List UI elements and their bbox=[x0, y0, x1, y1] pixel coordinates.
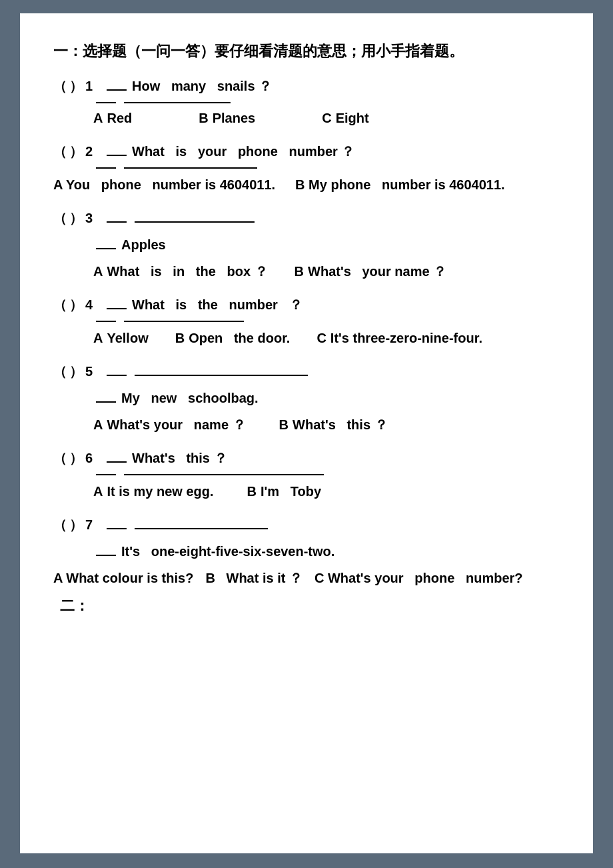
opt-7b: B What is it ？ bbox=[205, 567, 303, 589]
option-5a: A What's your name ？ bbox=[93, 414, 246, 435]
blank-ans-short-5[interactable] bbox=[96, 401, 116, 403]
answer-line-1 bbox=[93, 102, 560, 103]
opt-text-1a: Red bbox=[107, 107, 132, 129]
options-4: A Yellow B Open the door. C It's three-z… bbox=[93, 327, 560, 349]
opt-text-6a: It is my new egg. bbox=[107, 481, 213, 502]
blank-short-4[interactable] bbox=[107, 308, 127, 309]
answer-prefix-7: It's one-eight-five-six-seven-two. bbox=[121, 541, 334, 562]
blank-short-1[interactable] bbox=[107, 89, 127, 91]
question-line-3: （ ） 3 bbox=[53, 207, 560, 229]
opt-text-5a: What's your name ？ bbox=[107, 414, 245, 435]
options-6: A It is my new egg. B I'm Toby bbox=[93, 481, 560, 502]
q-num-5: 5 bbox=[85, 361, 101, 382]
option-3b: B What's your name ？ bbox=[295, 261, 447, 282]
opt-letter-3b: B bbox=[295, 261, 304, 282]
opt-7c: C What's your phone number? bbox=[314, 567, 523, 589]
q-num-6: 6 bbox=[85, 447, 101, 469]
options-5: A What's your name ？ B What's this ？ bbox=[93, 414, 560, 435]
opt-2b: B My phone number is 4604011. bbox=[295, 174, 505, 195]
blank-long-3[interactable] bbox=[135, 221, 255, 223]
blank-long-7[interactable] bbox=[135, 528, 268, 529]
section2-title: 二： bbox=[60, 594, 89, 617]
paren-close-2: ） bbox=[69, 141, 83, 162]
q-num-3: 3 bbox=[85, 207, 101, 229]
opt-text-1b: Planes bbox=[213, 107, 255, 129]
answer-prefix-5: My new schoolbag. bbox=[121, 387, 259, 409]
question-block-5: （ ） 5 My new schoolbag. A What's your na… bbox=[53, 361, 560, 435]
blank-ans-long-2[interactable] bbox=[124, 167, 257, 169]
option-1c: C Eight bbox=[322, 107, 368, 129]
question-line-4: （ ） 4 What is the number ？ bbox=[53, 294, 560, 315]
option-4a: A Yellow bbox=[93, 327, 149, 349]
options-3: A What is in the box ？ B What's your nam… bbox=[93, 261, 560, 282]
option-5b: B What's this ？ bbox=[279, 414, 388, 435]
opt-text-6b: I'm Toby bbox=[261, 481, 321, 502]
opt-text-4b: Open the door. bbox=[189, 327, 290, 349]
opt-letter-6b: B bbox=[247, 481, 257, 502]
paren-close-1: ） bbox=[69, 75, 83, 97]
opt-letter-4b: B bbox=[175, 327, 185, 349]
blank-extra-long-5[interactable] bbox=[135, 375, 308, 376]
blank-ans-extra-long-6[interactable] bbox=[124, 474, 324, 475]
q-num-1: 1 bbox=[85, 75, 101, 97]
paren-open-7: （ bbox=[53, 514, 67, 535]
blank-ans-short-6[interactable] bbox=[96, 474, 116, 475]
option-4b: B Open the door. bbox=[175, 327, 291, 349]
opt-text-4a: Yellow bbox=[107, 327, 148, 349]
question-line-7: （ ） 7 bbox=[53, 514, 560, 535]
blank-short-6[interactable] bbox=[107, 461, 127, 463]
paren-open-4: （ bbox=[53, 294, 67, 315]
blank-ans-long-1[interactable] bbox=[124, 102, 231, 103]
page: 一：选择题（一问一答）要仔细看清题的意思；用小手指着题。 （ ） 1 How m… bbox=[20, 13, 593, 853]
blank-ans-short-3[interactable] bbox=[96, 248, 116, 249]
q2-text: What is your phone number ？ bbox=[132, 141, 354, 162]
option-6a: A It is my new egg. bbox=[93, 481, 214, 502]
opt-letter-1a: A bbox=[93, 107, 103, 129]
opt-text-3a: What is in the box ？ bbox=[107, 261, 267, 282]
question-block-3: （ ） 3 Apples A What is in the box ？ B Wh… bbox=[53, 207, 560, 282]
question-line-6: （ ） 6 What's this ？ bbox=[53, 447, 560, 469]
option-6b: B I'm Toby bbox=[247, 481, 322, 502]
opt-text-1c: Eight bbox=[336, 107, 369, 129]
question-block-4: （ ） 4 What is the number ？ A Yellow B Op… bbox=[53, 294, 560, 349]
answer-bold-3: Apples bbox=[121, 234, 166, 255]
q-num-4: 4 bbox=[85, 294, 101, 315]
options-2: A You phone number is 4604011. B My phon… bbox=[53, 174, 560, 195]
opt-2a: A You phone number is 4604011. bbox=[53, 174, 275, 195]
blank-short-7[interactable] bbox=[107, 528, 127, 529]
blank-short-5[interactable] bbox=[107, 375, 127, 376]
answer-line-3: Apples bbox=[93, 234, 560, 255]
blank-short-2[interactable] bbox=[107, 155, 127, 156]
paren-close-7: ） bbox=[69, 514, 83, 535]
paren-open-3: （ bbox=[53, 207, 67, 229]
blank-ans-short-4[interactable] bbox=[96, 321, 116, 322]
answer-line-7: It's one-eight-five-six-seven-two. bbox=[93, 541, 560, 562]
opt-letter-5b: B bbox=[279, 414, 289, 435]
option-4c: C It's three-zero-nine-four. bbox=[316, 327, 482, 349]
question-block-1: （ ） 1 How many snails ？ A Red B Planes C… bbox=[53, 75, 560, 129]
options-7: A What colour is this? B What is it ？ C … bbox=[53, 567, 560, 617]
opt-letter-5a: A bbox=[93, 414, 103, 435]
option-1b: B Planes bbox=[199, 107, 255, 129]
paren-close-3: ） bbox=[69, 207, 83, 229]
answer-line-4 bbox=[93, 321, 560, 322]
blank-ans-long-4[interactable] bbox=[124, 321, 244, 322]
question-block-6: （ ） 6 What's this ？ A It is my new egg. … bbox=[53, 447, 560, 502]
blank-ans-short-7[interactable] bbox=[96, 555, 116, 556]
question-line-5: （ ） 5 bbox=[53, 361, 560, 382]
section-title: 一：选择题（一问一答）要仔细看清题的意思；用小手指着题。 bbox=[53, 40, 560, 62]
paren-open-6: （ bbox=[53, 447, 67, 469]
option-3a: A What is in the box ？ bbox=[93, 261, 268, 282]
blank-short-3[interactable] bbox=[107, 221, 127, 223]
paren-open-5: （ bbox=[53, 361, 67, 382]
q-num-7: 7 bbox=[85, 514, 101, 535]
opt-letter-6a: A bbox=[93, 481, 103, 502]
paren-open-1: （ bbox=[53, 75, 67, 97]
blank-ans-short-1[interactable] bbox=[96, 102, 116, 103]
opt-letter-4c: C bbox=[316, 327, 326, 349]
blank-ans-short-2[interactable] bbox=[96, 167, 116, 169]
answer-line-5: My new schoolbag. bbox=[93, 387, 560, 409]
q4-text: What is the number ？ bbox=[132, 294, 303, 315]
opt-letter-1c: C bbox=[322, 107, 331, 129]
question-line-2: （ ） 2 What is your phone number ？ bbox=[53, 141, 560, 162]
